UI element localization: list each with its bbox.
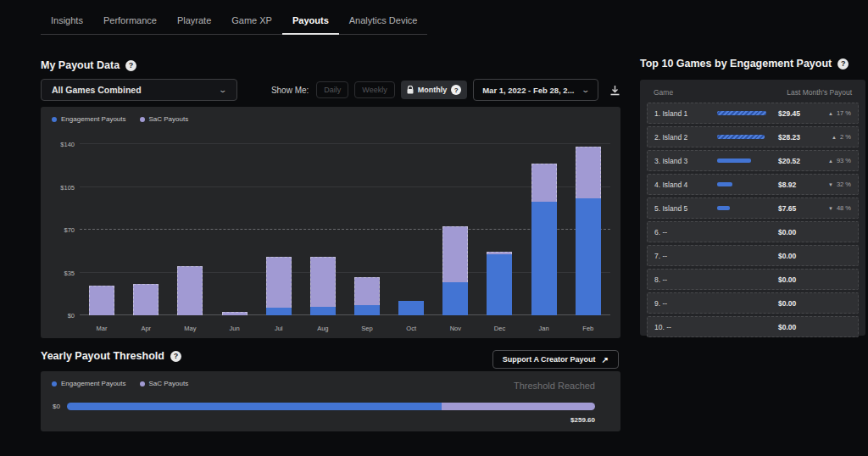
- game-payout-bar: [717, 206, 730, 210]
- game-payout-amount: $0.00: [778, 252, 821, 260]
- chevron-down-icon: ⌄: [219, 86, 228, 94]
- game-filter-dropdown[interactable]: All Games Combined ⌄: [41, 79, 237, 101]
- bar-aug[interactable]: [310, 257, 336, 315]
- game-payout-amount: $0.00: [778, 323, 821, 331]
- threshold-segment-engagement-payouts: [67, 403, 442, 410]
- bar-dec[interactable]: [487, 252, 512, 315]
- show-me-label: Show Me:: [271, 86, 309, 95]
- bar-nov[interactable]: [442, 226, 468, 315]
- table-row[interactable]: 4. Island 4$8.92▼32 %: [647, 174, 859, 195]
- game-filter-value: All Games Combined: [52, 85, 142, 95]
- tab-game-xp[interactable]: Game XP: [221, 8, 282, 35]
- legend-dot-icon: [52, 117, 57, 122]
- tab-payouts[interactable]: Payouts: [282, 8, 339, 35]
- bar-jul[interactable]: [266, 257, 292, 315]
- bar-segment-sac: [222, 312, 248, 315]
- y-tick-label: $105: [46, 184, 75, 192]
- help-icon[interactable]: ?: [125, 60, 136, 71]
- date-range-picker[interactable]: Mar 1, 2022 - Feb 28, 2... ⌄: [473, 79, 598, 101]
- monthly-button[interactable]: Monthly ?: [401, 81, 468, 99]
- table-row[interactable]: 1. Island 1$29.45▲17 %: [647, 103, 859, 124]
- game-payout-amount: $8.92: [778, 181, 821, 189]
- bar-segment-engagement: [354, 305, 380, 315]
- legend-label: SaC Payouts: [149, 380, 189, 387]
- x-tick-label: Jan: [531, 325, 557, 332]
- daily-button[interactable]: Daily: [316, 81, 348, 98]
- support-a-creator-payout-button[interactable]: Support A Creator Payout ↗: [492, 350, 619, 369]
- x-tick-label: Dec: [487, 325, 512, 332]
- bar-mar[interactable]: [89, 286, 114, 315]
- nav-tabs: InsightsPerformancePlayrateGame XPPayout…: [41, 8, 427, 35]
- bar-segment-sac: [310, 257, 336, 307]
- x-tick-label: May: [177, 325, 203, 332]
- game-name: 9. --: [654, 299, 717, 308]
- game-bar-zone: [717, 158, 778, 163]
- game-change: ▲2 %: [832, 133, 851, 141]
- game-name: 3. Island 3: [654, 157, 717, 165]
- threshold-title-text: Yearly Payout Threshold: [41, 350, 164, 362]
- y-tick-label: $35: [46, 270, 75, 277]
- arrow-down-icon: ▼: [828, 206, 833, 211]
- help-icon[interactable]: ?: [170, 351, 181, 362]
- bar-segment-sac: [531, 164, 557, 202]
- threshold-progress-bar: [67, 403, 595, 410]
- legend-dot-icon: [140, 117, 145, 122]
- daily-label: Daily: [324, 86, 341, 94]
- col-game: Game: [654, 88, 673, 97]
- game-payout-bar: [717, 158, 751, 163]
- chart-legend: Engagement PayoutsSaC Payouts: [52, 115, 188, 123]
- bar-segment-sac: [133, 284, 159, 316]
- table-row[interactable]: 10. --$0.00: [647, 316, 859, 337]
- bar-segment-engagement: [442, 282, 468, 315]
- threshold-section-title: Yearly Payout Threshold ?: [41, 350, 181, 362]
- bar-jan[interactable]: [531, 164, 557, 315]
- download-button[interactable]: [609, 85, 620, 96]
- bar-oct[interactable]: [398, 301, 424, 315]
- monthly-label: Monthly: [418, 86, 448, 94]
- bar-may[interactable]: [177, 266, 203, 315]
- download-icon: [609, 85, 620, 96]
- table-row[interactable]: 2. Island 2$28.23▲2 %: [647, 126, 859, 147]
- bar-segment-sac: [576, 147, 601, 198]
- table-row[interactable]: 7. --$0.00: [647, 245, 859, 266]
- tab-insights[interactable]: Insights: [41, 8, 93, 35]
- chart-x-axis-labels: MarAprMayJunJulAugSepOctNovDecJanFeb: [80, 325, 610, 332]
- bar-feb[interactable]: [576, 147, 601, 315]
- game-name: 8. --: [654, 275, 717, 284]
- legend-item-sac-payouts: SaC Payouts: [140, 380, 189, 387]
- bar-apr[interactable]: [133, 284, 159, 316]
- payout-section-title: My Payout Data ?: [41, 59, 136, 71]
- game-name: 5. Island 5: [654, 204, 717, 213]
- table-row[interactable]: 8. --$0.00: [647, 269, 859, 290]
- game-bar-zone: [717, 182, 778, 186]
- weekly-button[interactable]: Weekly: [354, 81, 394, 98]
- game-change: ▲93 %: [828, 157, 851, 164]
- tab-performance[interactable]: Performance: [93, 8, 167, 35]
- game-payout-amount: $28.23: [778, 133, 821, 142]
- legend-label: Engagement Payouts: [61, 115, 126, 123]
- help-icon[interactable]: ?: [837, 58, 849, 70]
- table-row[interactable]: 6. --$0.00: [647, 221, 859, 242]
- bar-jun[interactable]: [222, 312, 248, 315]
- tab-playrate[interactable]: Playrate: [167, 8, 221, 35]
- game-change-percent: 2 %: [840, 133, 851, 141]
- table-row[interactable]: 5. Island 5$7.65▼48 %: [647, 197, 859, 219]
- legend-dot-icon: [52, 381, 57, 386]
- game-change-percent: 93 %: [837, 157, 851, 164]
- bars-container: [80, 144, 610, 315]
- bar-segment-sac: [354, 277, 380, 305]
- table-row[interactable]: 3. Island 3$20.52▲93 %: [647, 150, 859, 171]
- help-icon[interactable]: ?: [451, 85, 461, 95]
- top-games-title-text: Top 10 Games by Engagement Payout: [640, 58, 832, 70]
- bar-segment-engagement: [487, 254, 512, 315]
- top-games-panel: Game Last Month's Payout 1. Island 1$29.…: [640, 80, 865, 336]
- threshold-legend: Engagement PayoutsSaC Payouts: [52, 380, 188, 387]
- legend-item-sac-payouts: SaC Payouts: [140, 115, 189, 123]
- table-row[interactable]: 9. --$0.00: [647, 292, 859, 314]
- payout-bar-chart: $140$105$70$35$0: [80, 144, 610, 315]
- bar-sep[interactable]: [354, 277, 380, 315]
- tab-analytics-device[interactable]: Analytics Device: [339, 8, 428, 35]
- game-payout-amount: $29.45: [778, 109, 821, 118]
- threshold-status: Threshold Reached: [514, 381, 595, 391]
- x-tick-label: Oct: [398, 325, 424, 332]
